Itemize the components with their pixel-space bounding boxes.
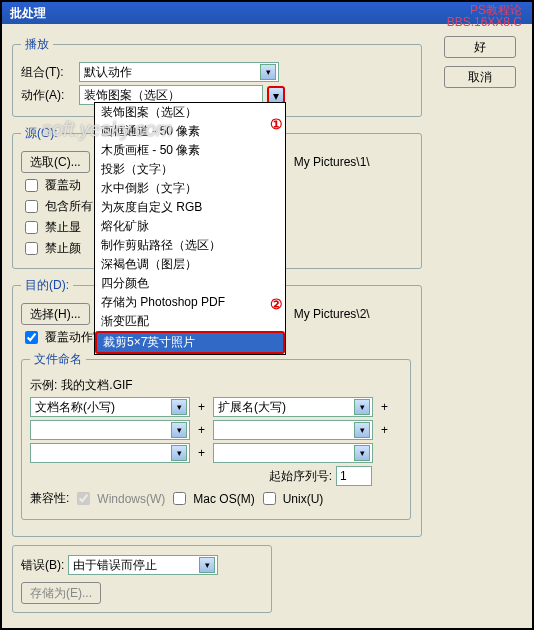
chevron-down-icon[interactable]: ▾ <box>199 557 215 573</box>
set-combo[interactable]: 默认动作 ▾ <box>79 62 279 82</box>
dropdown-option[interactable]: 制作剪贴路径（选区） <box>95 236 285 255</box>
dropdown-option[interactable]: 水中倒影（文字） <box>95 179 285 198</box>
chevron-down-icon[interactable]: ▾ <box>171 422 187 438</box>
choose-source-button[interactable]: 选取(C)... <box>21 151 90 173</box>
dropdown-option[interactable]: 画框通道 - 50 像素 <box>95 122 285 141</box>
compat-unix-checkbox[interactable] <box>263 492 276 505</box>
chevron-down-icon[interactable]: ▾ <box>354 422 370 438</box>
cancel-button[interactable]: 取消 <box>444 66 516 88</box>
dropdown-option[interactable]: 木质画框 - 50 像素 <box>95 141 285 160</box>
dest-legend: 目的(D): <box>21 277 73 294</box>
name-field-2[interactable]: 扩展名(大写)▾ <box>213 397 373 417</box>
example-label: 示例: <box>30 377 57 394</box>
source-path: My Pictures\1\ <box>294 155 370 169</box>
action-dropdown[interactable]: 装饰图案（选区） 画框通道 - 50 像素 木质画框 - 50 像素 投影（文字… <box>94 102 286 355</box>
error-combo[interactable]: 由于错误而停止 ▾ <box>68 555 218 575</box>
annotation-1: ① <box>270 116 283 132</box>
dropdown-option[interactable]: 四分颜色 <box>95 274 285 293</box>
dropdown-option-selected[interactable]: 裁剪5×7英寸照片 <box>95 331 285 354</box>
example-value: 我的文档.GIF <box>61 377 132 394</box>
suppress-color-checkbox[interactable] <box>25 242 38 255</box>
naming-legend: 文件命名 <box>30 351 86 368</box>
start-seq-label: 起始序列号: <box>269 468 332 485</box>
compat-mac-checkbox[interactable] <box>173 492 186 505</box>
window-title: 批处理 <box>10 6 46 20</box>
name-field-5[interactable]: ▾ <box>30 443 190 463</box>
ok-button[interactable]: 好 <box>444 36 516 58</box>
annotation-2: ② <box>270 296 283 312</box>
dropdown-option[interactable]: 渐变匹配 <box>95 312 285 331</box>
dest-path: My Pictures\2\ <box>294 307 370 321</box>
action-label: 动作(A): <box>21 87 75 104</box>
error-label: 错误(B): <box>21 557 64 574</box>
set-label: 组合(T): <box>21 64 75 81</box>
chevron-down-icon[interactable]: ▾ <box>354 399 370 415</box>
source-legend: 源(O): <box>21 125 62 142</box>
dropdown-option[interactable]: 为灰度自定义 RGB <box>95 198 285 217</box>
dropdown-option[interactable]: 深褐色调（图层） <box>95 255 285 274</box>
naming-group: 文件命名 示例: 我的文档.GIF 文档名称(小写)▾ + 扩展名(大写)▾ +… <box>21 351 411 520</box>
compat-label: 兼容性: <box>30 490 69 507</box>
dropdown-option[interactable]: 装饰图案（选区） <box>95 103 285 122</box>
name-field-1[interactable]: 文档名称(小写)▾ <box>30 397 190 417</box>
choose-dest-button[interactable]: 选择(H)... <box>21 303 90 325</box>
start-seq-input[interactable] <box>336 466 372 486</box>
suppress-display-checkbox[interactable] <box>25 221 38 234</box>
name-field-3[interactable]: ▾ <box>30 420 190 440</box>
chevron-down-icon[interactable]: ▾ <box>354 445 370 461</box>
error-group: 错误(B): 由于错误而停止 ▾ 存储为(E)... <box>12 545 272 613</box>
dropdown-option[interactable]: 投影（文字） <box>95 160 285 179</box>
chevron-down-icon[interactable]: ▾ <box>171 399 187 415</box>
override-save-checkbox[interactable] <box>25 331 38 344</box>
dropdown-option[interactable]: 存储为 Photoshop PDF <box>95 293 285 312</box>
dropdown-option[interactable]: 熔化矿脉 <box>95 217 285 236</box>
save-as-button: 存储为(E)... <box>21 582 101 604</box>
compat-windows-checkbox <box>77 492 90 505</box>
include-all-checkbox[interactable] <box>25 200 38 213</box>
play-legend: 播放 <box>21 36 53 53</box>
name-field-6[interactable]: ▾ <box>213 443 373 463</box>
chevron-down-icon[interactable]: ▾ <box>260 64 276 80</box>
name-field-4[interactable]: ▾ <box>213 420 373 440</box>
chevron-down-icon[interactable]: ▾ <box>171 445 187 461</box>
override-open-checkbox[interactable] <box>25 179 38 192</box>
